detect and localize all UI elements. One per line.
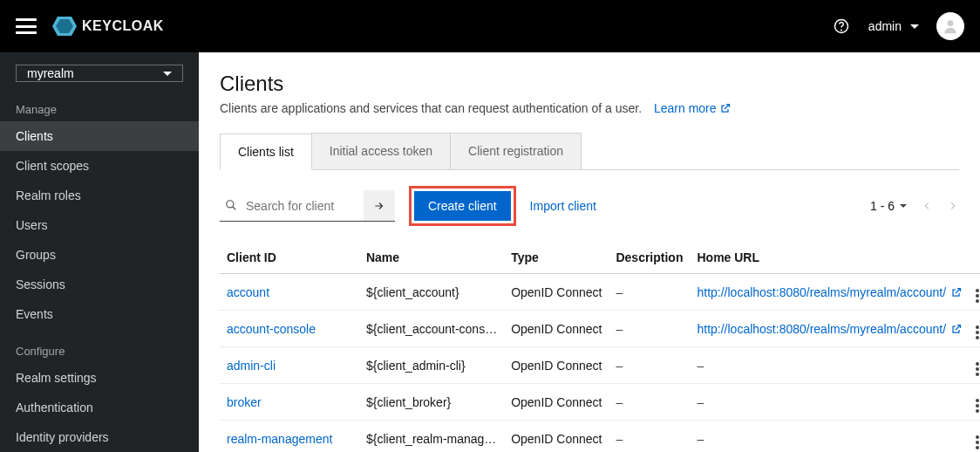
client-id-link[interactable]: account-console <box>227 322 316 336</box>
nav-authentication[interactable]: Authentication <box>0 393 199 422</box>
svg-point-5 <box>227 201 234 208</box>
brand-logo[interactable]: KEYCLOAK <box>52 17 164 36</box>
search-icon <box>225 199 237 211</box>
external-link-icon <box>951 324 962 334</box>
external-link-icon <box>720 103 731 113</box>
client-id-link[interactable]: admin-cli <box>227 359 276 373</box>
nav-users[interactable]: Users <box>0 210 199 240</box>
tab-client-registration[interactable]: Client registration <box>450 133 582 169</box>
chevron-down-icon <box>163 72 172 76</box>
caret-down-icon <box>900 204 907 208</box>
client-id-link[interactable]: broker <box>227 395 262 409</box>
caret-down-icon <box>910 24 919 29</box>
nav-events[interactable]: Events <box>0 299 199 329</box>
tab-clients-list[interactable]: Clients list <box>220 134 312 170</box>
home-url-link[interactable]: http://localhost:8080/realms/myrealm/acc… <box>697 322 962 336</box>
client-type: OpenID Connect <box>504 421 609 453</box>
client-row: broker${client_broker}OpenID Connect–– <box>220 384 980 421</box>
svg-line-6 <box>233 207 236 210</box>
page-title: Clients <box>220 72 959 96</box>
row-actions[interactable] <box>976 325 979 339</box>
arrow-right-icon <box>373 200 385 212</box>
client-id-link[interactable]: account <box>227 285 269 299</box>
home-url-link[interactable]: http://localhost:8080/realms/myrealm/acc… <box>697 285 962 299</box>
client-desc: – <box>616 322 623 336</box>
section-manage: Manage <box>0 96 199 121</box>
section-configure: Configure <box>0 338 199 363</box>
client-id-link[interactable]: realm-management <box>227 432 332 446</box>
col-description: Description <box>609 242 690 274</box>
nav-groups[interactable]: Groups <box>0 240 199 270</box>
realm-selector[interactable]: myrealm <box>16 65 183 82</box>
col-client-id: Client ID <box>220 242 359 274</box>
search-input[interactable] <box>220 190 364 222</box>
client-name: ${client_admin-cli} <box>359 347 504 384</box>
col-name: Name <box>359 242 504 274</box>
create-client-highlight: Create client <box>409 186 516 226</box>
client-row: account-console${client_account-cons…Ope… <box>220 311 980 347</box>
client-row: account${client_account}OpenID Connect–h… <box>220 274 980 311</box>
client-desc: – <box>616 285 623 299</box>
client-desc: – <box>616 395 623 409</box>
client-row: admin-cli${client_admin-cli}OpenID Conne… <box>220 347 980 384</box>
client-name: ${client_broker} <box>359 384 504 421</box>
menu-toggle[interactable] <box>16 18 37 34</box>
row-actions[interactable] <box>976 289 979 303</box>
client-name: ${client_account} <box>359 274 504 311</box>
brand-text: KEYCLOAK <box>82 18 164 34</box>
clients-table: Client IDNameTypeDescriptionHome URL acc… <box>220 242 980 452</box>
nav-identity-providers[interactable]: Identity providers <box>0 422 199 452</box>
row-actions[interactable] <box>976 435 979 449</box>
client-type: OpenID Connect <box>504 347 609 384</box>
search-button[interactable] <box>364 190 395 222</box>
empty: – <box>697 432 704 446</box>
svg-point-3 <box>840 30 841 31</box>
empty: – <box>697 359 704 373</box>
row-actions[interactable] <box>976 399 979 413</box>
page-range[interactable]: 1 - 6 <box>870 199 907 213</box>
page-subtitle: Clients are applications and services th… <box>220 101 959 115</box>
nav-realm-settings[interactable]: Realm settings <box>0 363 199 393</box>
client-row: realm-management${client_realm-manag…Ope… <box>220 421 980 453</box>
nav-clients[interactable]: Clients <box>0 121 199 151</box>
pager-top: 1 - 6 <box>870 199 959 213</box>
external-link-icon <box>951 287 962 298</box>
realm-name: myrealm <box>27 66 74 80</box>
client-type: OpenID Connect <box>504 384 609 421</box>
client-type: OpenID Connect <box>504 274 609 311</box>
client-desc: – <box>616 359 623 373</box>
col-type: Type <box>504 242 609 274</box>
client-desc: – <box>616 432 623 446</box>
sidebar: myrealm Manage ClientsClient scopesRealm… <box>0 52 199 452</box>
nav-realm-roles[interactable]: Realm roles <box>0 181 199 210</box>
row-actions[interactable] <box>976 362 979 376</box>
client-name: ${client_account-cons… <box>359 311 504 347</box>
client-type: OpenID Connect <box>504 311 609 347</box>
next-page[interactable] <box>947 200 959 212</box>
create-client-button[interactable]: Create client <box>414 191 511 221</box>
prev-page[interactable] <box>921 200 933 212</box>
user-menu[interactable]: admin <box>868 19 919 33</box>
nav-client-scopes[interactable]: Client scopes <box>0 151 199 181</box>
col-actions <box>969 242 980 274</box>
learn-more-link[interactable]: Learn more <box>654 101 731 115</box>
svg-point-4 <box>948 20 954 26</box>
avatar[interactable] <box>936 12 964 40</box>
keycloak-icon <box>52 17 77 36</box>
empty: – <box>697 395 704 409</box>
main-content: Clients Clients are applications and ser… <box>199 52 980 452</box>
nav-sessions[interactable]: Sessions <box>0 270 199 299</box>
import-client-link[interactable]: Import client <box>530 199 596 213</box>
user-icon <box>942 17 959 35</box>
tab-initial-access-token[interactable]: Initial access token <box>311 133 451 169</box>
user-name: admin <box>868 19 902 33</box>
col-home-url: Home URL <box>690 242 969 274</box>
help-icon[interactable] <box>834 18 849 34</box>
client-name: ${client_realm-manag… <box>359 421 504 453</box>
